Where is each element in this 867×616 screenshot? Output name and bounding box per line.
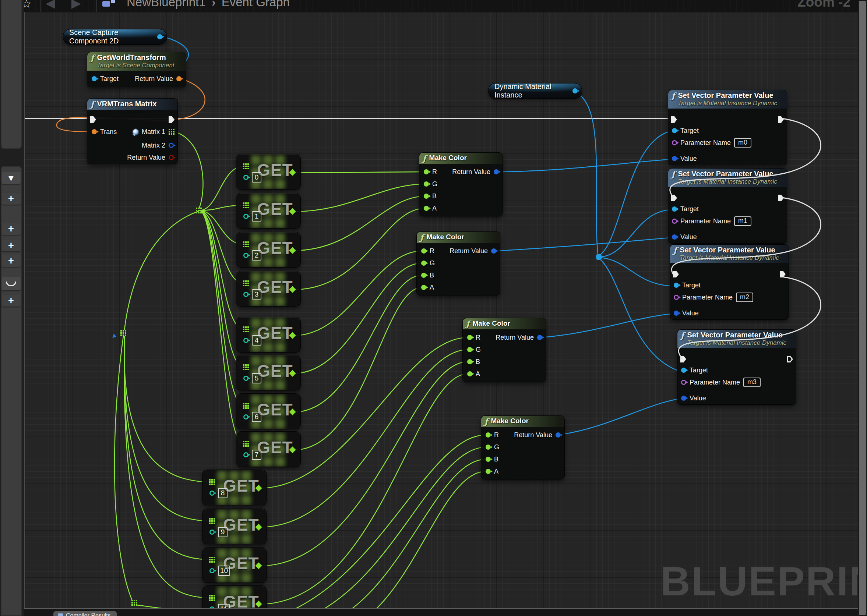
pin[interactable] [537, 335, 542, 340]
node-array-get-11[interactable]: GET11 [203, 586, 266, 608]
pin[interactable] [681, 380, 686, 385]
scrollbar-thumb[interactable] [859, 1, 866, 615]
pin[interactable] [421, 248, 426, 253]
pin[interactable] [424, 181, 429, 187]
index-input[interactable]: 3 [252, 289, 261, 300]
exec-pin[interactable] [778, 116, 784, 123]
exec-pin[interactable] [671, 195, 677, 201]
node-array-get-5[interactable]: GET5 [236, 355, 301, 390]
exec-pin[interactable] [787, 356, 793, 363]
exec-pin[interactable] [90, 116, 96, 123]
node-array-get-2[interactable]: GET2 [236, 232, 301, 267]
array-pin[interactable] [209, 518, 215, 524]
node-array-get-9[interactable]: GET9 [203, 509, 266, 544]
array-pin[interactable] [243, 203, 249, 208]
pin[interactable] [674, 311, 679, 316]
pin[interactable] [168, 155, 174, 160]
pin[interactable] [672, 128, 677, 133]
reroute-material-instance[interactable] [596, 254, 602, 260]
index-input[interactable]: 4 [252, 335, 261, 346]
vertical-scrollbar[interactable] [858, 0, 867, 616]
index-input[interactable]: 10 [218, 566, 230, 576]
pin[interactable] [573, 88, 577, 93]
add-button[interactable]: + [2, 255, 20, 267]
forward-arrow-icon[interactable] [71, 0, 81, 9]
pin[interactable] [209, 530, 215, 535]
exec-pin[interactable] [671, 116, 677, 123]
parameter-name-input[interactable]: m3 [743, 377, 761, 388]
pin[interactable] [243, 253, 249, 258]
pin[interactable] [424, 206, 429, 211]
parameter-name-input[interactable]: m0 [734, 138, 751, 148]
array-pin[interactable] [243, 327, 249, 332]
array-pin[interactable] [209, 557, 215, 563]
pin[interactable] [157, 34, 162, 39]
index-input[interactable]: 6 [252, 412, 261, 422]
index-input[interactable]: 7 [252, 450, 261, 460]
array-pin[interactable] [243, 403, 249, 409]
index-input[interactable]: 1 [252, 211, 261, 222]
pin[interactable] [486, 457, 491, 462]
node-array-get-3[interactable]: GET3 [236, 271, 301, 306]
node-get-world-transform[interactable]: ƒGetWorldTransformTarget is Scene Compon… [87, 52, 186, 87]
pin[interactable] [243, 376, 249, 381]
pin[interactable] [681, 368, 686, 373]
index-input[interactable]: 9 [218, 527, 228, 537]
index-input[interactable]: 11 [218, 604, 230, 608]
pin[interactable] [681, 396, 686, 401]
dropdown-button[interactable]: ▼ [2, 172, 20, 184]
node-array-get-4[interactable]: GET4 [236, 317, 301, 352]
pin[interactable] [243, 292, 249, 297]
reroute-array-hub[interactable] [196, 207, 202, 214]
node-set-vector-parameter-0[interactable]: ƒSet Vector Parameter ValueTarget is Mat… [668, 90, 787, 165]
pin[interactable] [467, 347, 472, 352]
node-array-get-7[interactable]: GET7 [236, 432, 301, 467]
breadcrumb-graph-name[interactable]: Event Graph [222, 0, 290, 9]
pin[interactable] [421, 285, 426, 290]
node-array-get-0[interactable]: GET0 [236, 154, 301, 189]
node-set-vector-parameter-2[interactable]: ƒSet Vector Parameter ValueTarget is Mat… [670, 245, 788, 319]
reroute-array-left[interactable] [120, 330, 126, 336]
pin[interactable] [467, 335, 472, 340]
exec-pin[interactable] [778, 195, 784, 201]
node-make-color-1[interactable]: ƒMake ColorRGBAReturn Value [417, 232, 500, 295]
pin[interactable] [421, 273, 426, 278]
event-graph-canvas[interactable]: BLUEPRINT Scene Capture Component 2DDyna… [24, 12, 858, 608]
node-array-get-1[interactable]: GET1 [236, 193, 301, 228]
add-button[interactable]: + [2, 223, 20, 235]
array-pin[interactable] [209, 595, 215, 601]
pin[interactable] [674, 295, 679, 300]
pin[interactable] [672, 234, 677, 240]
pin[interactable] [421, 261, 426, 266]
pin[interactable] [243, 414, 249, 420]
node-make-color-0[interactable]: ƒMake ColorRGBAReturn Value [419, 153, 502, 216]
pin[interactable] [486, 445, 491, 450]
pin[interactable] [243, 338, 249, 343]
pin[interactable] [491, 248, 496, 253]
pin[interactable] [467, 371, 472, 376]
breadcrumb-blueprint-name[interactable]: NewBlueprint1 [127, 0, 206, 9]
exec-pin[interactable] [680, 356, 686, 363]
pin[interactable] [672, 218, 677, 224]
node-array-get-6[interactable]: GET6 [236, 394, 301, 429]
pin[interactable] [243, 214, 249, 219]
exec-pin[interactable] [780, 271, 786, 277]
pin[interactable] [209, 490, 215, 496]
array-pin[interactable] [209, 479, 215, 485]
pin[interactable] [424, 193, 429, 199]
node-set-vector-parameter-3[interactable]: ƒSet Vector Parameter ValueTarget is Mat… [677, 330, 796, 404]
parameter-name-input[interactable]: m1 [734, 216, 751, 226]
index-input[interactable]: 5 [252, 373, 261, 383]
pin[interactable] [176, 76, 181, 81]
array-pin[interactable] [243, 280, 249, 286]
array-pin[interactable] [168, 129, 175, 135]
reroute-array-bottom[interactable] [131, 600, 137, 606]
pin[interactable] [92, 76, 97, 81]
pin[interactable] [672, 156, 677, 161]
node-scene-capture-component-2d[interactable]: Scene Capture Component 2D [63, 30, 167, 44]
index-input[interactable]: 0 [252, 172, 261, 182]
pin[interactable] [467, 359, 472, 364]
back-arrow-icon[interactable] [46, 0, 55, 9]
pin[interactable] [672, 140, 677, 145]
tab-compiler-results[interactable]: Compiler Results [53, 611, 117, 616]
